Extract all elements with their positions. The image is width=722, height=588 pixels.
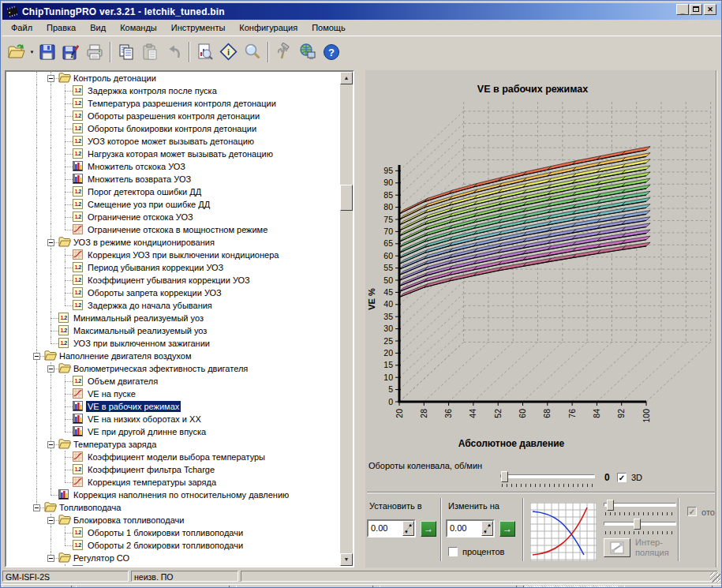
close-button[interactable]: ✕: [704, 4, 716, 15]
menu-item-6[interactable]: Помощь: [305, 21, 353, 34]
tree-item[interactable]: Ограничение отскока в мощностном режиме: [6, 223, 340, 236]
tree-collapse-toggle[interactable]: [33, 504, 40, 511]
tree-item[interactable]: 1.2УОЗ при выключенном зажигании: [6, 337, 340, 350]
tree-item-label[interactable]: Максимальный реализуемый уоз: [72, 325, 208, 336]
tree-item-label[interactable]: Коэффициент убывания коррекции УОЗ: [86, 275, 252, 286]
tree-item[interactable]: 1.2Температура разрешения контроля детон…: [6, 97, 340, 110]
menu-item-5[interactable]: Конфигурация: [232, 21, 305, 34]
tree-item[interactable]: Коррекция температуры заряда: [6, 476, 340, 489]
tree-item[interactable]: 1.2Максимальный реализуемый уоз: [6, 324, 340, 337]
change-value-spinbox[interactable]: 0.00 ▲▼: [446, 519, 495, 537]
tree-item-label[interactable]: УОЗ при выключенном зажигании: [72, 338, 211, 349]
scrollbar-thumb[interactable]: [340, 185, 353, 211]
rpm-slider-track[interactable]: [500, 474, 595, 478]
tree-item-label[interactable]: Наполнение двигателя воздухом: [58, 350, 193, 361]
toolbar-copy-button[interactable]: [114, 40, 138, 64]
tree-item[interactable]: 1.2Обороты блокировки контроля детонации: [6, 122, 340, 135]
tree-item-label[interactable]: VE на пуске: [86, 388, 137, 399]
tree-collapse-toggle[interactable]: [47, 239, 54, 246]
change-value-spinner[interactable]: ▲▼: [481, 521, 493, 536]
tree-item-label[interactable]: Множитель возврата УОЗ: [86, 174, 193, 185]
menu-item-1[interactable]: Правка: [39, 21, 83, 34]
tree-collapse-toggle[interactable]: [47, 517, 54, 524]
tree-item[interactable]: Блокировка топливоподачи: [6, 514, 340, 526]
tree-item-label[interactable]: Коррекция наполнения по относительному д…: [72, 489, 290, 500]
tree-item[interactable]: VE на низких оборотах и ХХ: [6, 413, 340, 425]
toolbar-tools-button[interactable]: [272, 40, 296, 64]
tree-item-selected[interactable]: VE в рабочих режимах: [6, 400, 340, 413]
toolbar-help-button[interactable]: ?: [320, 40, 343, 64]
change-value-input[interactable]: 0.00: [450, 523, 466, 533]
tree-item[interactable]: 1.2Обороты 1 блокировки топливоподачи: [6, 526, 340, 539]
maximize-button[interactable]: [690, 4, 702, 15]
toolbar-save-as-button[interactable]: [59, 40, 83, 64]
tree-item[interactable]: Коэффициент модели выбора температуры: [6, 451, 340, 463]
tree-item[interactable]: 1.2Обороты 2 блокировки топливоподачи: [6, 539, 340, 552]
toolbar-paste-button[interactable]: [138, 40, 162, 64]
tree-item-label[interactable]: Задержка контроля после пуска: [86, 85, 219, 96]
tree-collapse-toggle[interactable]: [47, 365, 54, 373]
interpolation-button[interactable]: [604, 538, 630, 557]
tree-item-label[interactable]: Нагрузка которая может вызывать детонаци…: [86, 148, 275, 159]
toolbar-open-button[interactable]: [5, 40, 28, 64]
toolbar-print-button[interactable]: [83, 40, 107, 64]
resize-grip[interactable]: [710, 572, 720, 582]
set-value-spinbox[interactable]: 0.00 ▲▼: [367, 519, 416, 537]
tree-item[interactable]: Коррекция наполнения по относительному д…: [6, 489, 340, 501]
tree-item-label[interactable]: Обороты 1 блокировки топливоподачи: [86, 527, 245, 538]
tree-item-label[interactable]: Объем двигателя: [86, 376, 159, 387]
tree-item[interactable]: 1.2Ограничение отскока УОЗ: [6, 211, 340, 223]
apply-change-button[interactable]: →: [499, 521, 515, 537]
toolbar-network-button[interactable]: [296, 40, 320, 64]
tree-item-label[interactable]: Ограничение отскока в мощностном режиме: [86, 224, 269, 235]
tree-item-label[interactable]: Коррекция УОЗ при выключении кондиционер…: [86, 249, 280, 260]
toolbar-report-button[interactable]: [193, 40, 217, 64]
tree-item-label[interactable]: VE при другой длинне впуска: [86, 426, 208, 437]
tree-item[interactable]: 1.2Минимальный реализуемый уоз: [6, 312, 340, 324]
tree-collapse-toggle[interactable]: [47, 555, 54, 562]
tree-item[interactable]: 1.2Порог детектора ошибки ДД: [6, 185, 340, 198]
tree-item[interactable]: 1.2Обороты разрешения контроля детонации: [6, 110, 340, 122]
tree-item[interactable]: УОЗ в режиме кондиционирования: [6, 236, 340, 249]
tree-item[interactable]: 1.2Объем двигателя: [6, 375, 340, 388]
tree-item-label[interactable]: Множитель отскока УОЗ: [86, 161, 187, 172]
tree-item-label[interactable]: Обороты запрета коррекции УОЗ: [86, 287, 223, 298]
view-3d-checkbox[interactable]: ✓: [617, 473, 627, 482]
percent-checkbox[interactable]: [448, 547, 458, 556]
toolbar-info-button[interactable]: i: [217, 40, 241, 64]
tree-scrollbar[interactable]: ▲ ▼: [340, 72, 353, 566]
interp-slider-1-thumb[interactable]: [607, 500, 614, 511]
tree-item-label[interactable]: Блокировка топливоподачи: [72, 515, 185, 526]
tree-item[interactable]: Температура заряда: [6, 438, 340, 451]
set-value-input[interactable]: 0.00: [371, 523, 387, 533]
minimize-button[interactable]: _: [676, 4, 689, 15]
tree-item-label[interactable]: Коррекция топлива от RCO: [86, 565, 200, 566]
menu-item-4[interactable]: Инструменты: [164, 21, 233, 34]
tree-item-label[interactable]: Контроль детонации: [72, 73, 158, 84]
tree-item[interactable]: 1.2Коэффициент убывания коррекции УОЗ: [6, 274, 340, 287]
tree-item-label[interactable]: VE на низких оборотах и ХХ: [86, 414, 203, 425]
tree-item[interactable]: 1.2Смещение уоз при ошибке ДД: [6, 198, 340, 211]
tree-item[interactable]: VE на пуске: [6, 388, 340, 400]
interp-slider-2-thumb[interactable]: [634, 519, 641, 530]
tree-item-label[interactable]: Минимальный реализуемый уоз: [72, 313, 205, 324]
tree-item[interactable]: Множитель отскока УОЗ: [6, 160, 340, 173]
tree-item[interactable]: 1.2УОЗ которое может вызывать детонацию: [6, 135, 340, 148]
tree-item[interactable]: 1.2Задержка до начала убывания: [6, 299, 340, 312]
tree-item[interactable]: Регулятор СО: [6, 552, 340, 564]
tree-item[interactable]: VE при другой длинне впуска: [6, 425, 340, 438]
tree-item-label[interactable]: Коэффициент модели выбора температуры: [86, 451, 267, 463]
tree-item[interactable]: Коррекция УОЗ при выключении кондиционер…: [6, 249, 340, 261]
apply-set-button[interactable]: →: [421, 521, 436, 537]
tree-item[interactable]: 1.2Задержка контроля после пуска: [6, 84, 340, 97]
tree-collapse-toggle[interactable]: [47, 75, 54, 82]
tree-item[interactable]: Контроль детонации: [6, 72, 340, 84]
toolbar-undo-button[interactable]: [162, 40, 185, 64]
toolbar-open-more-button[interactable]: ▼: [28, 40, 36, 64]
tree-item-label[interactable]: Задержка до начала убывания: [86, 300, 214, 311]
set-value-spinner[interactable]: ▲▼: [402, 521, 414, 536]
toolbar-save-button[interactable]: [36, 40, 59, 64]
tree-item-label[interactable]: УОЗ в режиме кондиционирования: [72, 237, 216, 248]
menu-item-2[interactable]: Вид: [83, 21, 113, 34]
tree-item-label[interactable]: Волюметрическая эфективность двигателя: [72, 363, 249, 374]
